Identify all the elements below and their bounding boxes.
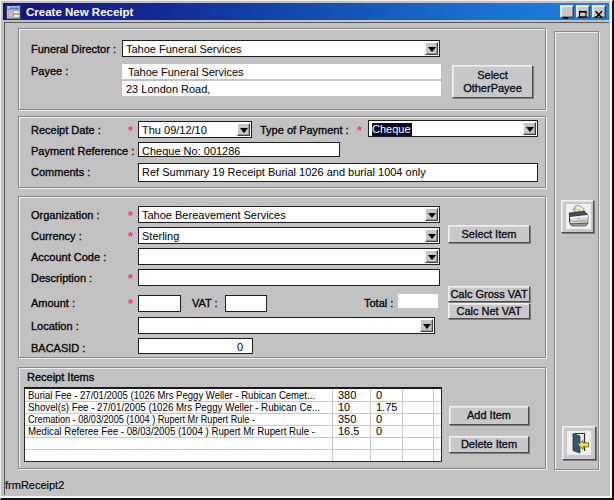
svg-text:0: 0 (376, 413, 382, 425)
svg-text:350: 350 (338, 413, 356, 425)
svg-text:Shovel(s) Fee - 27/01/2005 (10: Shovel(s) Fee - 27/01/2005 (1026 Mrs Peg… (28, 401, 320, 413)
svg-text:Medical Referee Fee - 08/03/20: Medical Referee Fee - 08/03/2005 (1004 )… (28, 425, 315, 437)
svg-text:10: 10 (338, 401, 350, 413)
svg-text:380: 380 (338, 389, 356, 401)
svg-text:0: 0 (376, 389, 382, 401)
svg-text:1.75: 1.75 (376, 401, 397, 413)
svg-text:Cremation - 08/03/2005 (1004 ): Cremation - 08/03/2005 (1004 ) Rupert Mr… (28, 413, 255, 425)
svg-text:Burial Fee - 27/01/2005 (1026: Burial Fee - 27/01/2005 (1026 Mrs Peggy … (28, 389, 315, 401)
svg-text:0: 0 (376, 425, 382, 437)
svg-text:16.5: 16.5 (338, 425, 359, 437)
